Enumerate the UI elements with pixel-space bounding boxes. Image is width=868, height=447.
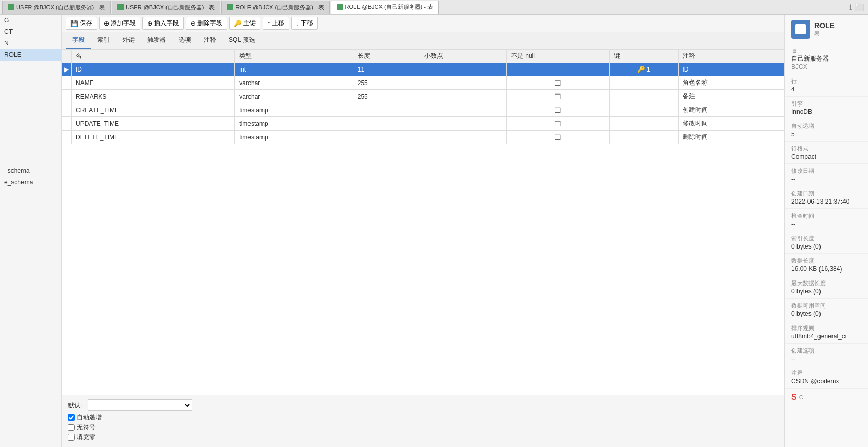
rows-val: 4	[791, 86, 862, 93]
field-decimal[interactable]	[420, 76, 507, 90]
field-type[interactable]: varchar	[235, 90, 353, 103]
tab-fields[interactable]: 字段	[66, 32, 91, 49]
tab-comments[interactable]: 注释	[197, 32, 222, 49]
unsigned-checkbox[interactable]	[68, 424, 75, 431]
field-comment[interactable]: 角色名称	[678, 76, 784, 90]
field-not-null[interactable]: ☐	[506, 103, 609, 117]
key-icon: 🔑	[637, 66, 645, 73]
tab-foreign-keys[interactable]: 外键	[116, 32, 141, 49]
unsigned-label: 无符号	[77, 423, 96, 432]
auto-increment-val: 5	[791, 131, 862, 138]
tab-indexes[interactable]: 索引	[91, 32, 116, 49]
table-row[interactable]: ▶IDint11☑🔑 1ID	[62, 63, 784, 76]
unchecked-icon: ☐	[554, 79, 561, 87]
db-val: BJCX	[791, 63, 862, 70]
save-button[interactable]: 💾 保存	[66, 17, 97, 30]
row-format-key: 行格式	[791, 145, 862, 152]
info-icon[interactable]: ℹ	[849, 3, 852, 11]
table-row[interactable]: CREATE_TIMEtimestamp☐创建时间	[62, 103, 784, 117]
modified-date-val: --	[791, 175, 862, 183]
fill-zero-checkbox[interactable]	[68, 434, 75, 441]
field-type[interactable]: int	[235, 63, 353, 76]
sidebar-item-ct[interactable]: CT	[0, 26, 61, 38]
tab-bar-right: ℹ ⬜	[849, 3, 868, 11]
field-comment[interactable]: 删除时间	[678, 131, 784, 144]
sidebar-item-g-label: G	[4, 17, 9, 24]
field-type[interactable]: timestamp	[235, 103, 353, 117]
sidebar-item-schema1[interactable]: _schema	[0, 165, 61, 177]
primary-key-button[interactable]: 🔑 主键	[229, 17, 260, 30]
default-select[interactable]	[88, 399, 192, 411]
tab-3-icon	[227, 4, 233, 10]
sidebar-item-g[interactable]: G	[0, 15, 61, 26]
field-decimal[interactable]	[420, 117, 507, 131]
server-val: 自己新服务器	[791, 54, 862, 63]
toolbar: 💾 保存 ⊕ 添加字段 ⊕ 插入字段 ⊖ 删除字段 🔑 主键	[62, 15, 784, 32]
field-key	[610, 103, 678, 117]
field-comment[interactable]: ID	[678, 63, 784, 76]
field-length[interactable]: 255	[353, 90, 420, 103]
field-name[interactable]: CREATE_TIME	[72, 103, 235, 117]
col-length: 长度	[353, 50, 420, 63]
check-time-key: 检查时间	[791, 212, 862, 220]
field-comment[interactable]: 修改时间	[678, 117, 784, 131]
sidebar-item-n[interactable]: N	[0, 38, 61, 49]
sidebar: G CT N ROLE _schema e_schema	[0, 15, 62, 447]
field-name[interactable]: REMARKS	[72, 90, 235, 103]
sidebar-item-n-label: N	[4, 40, 9, 47]
field-length[interactable]: 255	[353, 76, 420, 90]
right-panel-subtitle: 表	[814, 30, 835, 38]
field-key	[610, 117, 678, 131]
expand-icon[interactable]: ⬜	[855, 3, 864, 11]
field-not-null[interactable]: ☐	[506, 90, 609, 103]
delete-field-button[interactable]: ⊖ 删除字段	[186, 17, 227, 30]
field-not-null[interactable]: ☐	[506, 76, 609, 90]
field-type[interactable]: timestamp	[235, 131, 353, 144]
field-decimal[interactable]	[420, 90, 507, 103]
tab-2-label: USER @BJCX (自己新服务器) - 表	[126, 4, 215, 11]
field-length[interactable]	[353, 117, 420, 131]
field-length[interactable]	[353, 103, 420, 117]
auto-increment-checkbox[interactable]	[68, 414, 75, 421]
field-name[interactable]: UPDATE_TIME	[72, 117, 235, 131]
field-name[interactable]: NAME	[72, 76, 235, 90]
insert-field-button[interactable]: ⊕ 插入字段	[142, 17, 184, 30]
tab-sql-preview[interactable]: SQL 预选	[222, 32, 261, 49]
fields-table-container: 名 类型 长度 小数点 不是 null 键 注释 ▶IDint11☑🔑 1IDN…	[62, 49, 784, 395]
field-length[interactable]	[353, 131, 420, 144]
field-decimal[interactable]	[420, 63, 507, 76]
tab-2[interactable]: USER @BJCX (自己新服务器) - 表	[112, 1, 220, 14]
field-type[interactable]: varchar	[235, 76, 353, 90]
move-down-button[interactable]: ↓ 下移	[291, 17, 318, 30]
sidebar-item-role[interactable]: ROLE	[0, 49, 61, 61]
move-up-button[interactable]: ↑ 上移	[263, 17, 289, 30]
field-name[interactable]: ID	[72, 63, 235, 76]
field-not-null[interactable]: ☑	[506, 63, 609, 76]
tab-4[interactable]: ROLE @BJCX (自己新服务器) - 表	[331, 1, 439, 14]
sidebar-item-schema2[interactable]: e_schema	[0, 177, 61, 188]
tab-2-icon	[117, 4, 124, 10]
unchecked-icon: ☐	[554, 92, 561, 101]
field-length[interactable]: 11	[353, 63, 420, 76]
index-length-key: 索引长度	[791, 234, 862, 242]
add-field-button[interactable]: ⊕ 添加字段	[99, 17, 140, 30]
field-decimal[interactable]	[420, 131, 507, 144]
tab-1[interactable]: USER @BJCX (自己新服务器) - 表	[2, 1, 111, 14]
tab-triggers[interactable]: 触发器	[141, 32, 172, 49]
right-panel: ROLE 表 🖥 自己新服务器 BJCX 行 4 引擎 InnoDB 自动递增 …	[784, 15, 868, 447]
tab-3[interactable]: ROLE @BJCX (自己新服务器) - 表	[221, 1, 329, 14]
table-row[interactable]: REMARKSvarchar255☐备注	[62, 90, 784, 103]
data-free-key: 数据可用空间	[791, 302, 862, 310]
field-name[interactable]: DELETE_TIME	[72, 131, 235, 144]
field-type[interactable]: timestamp	[235, 117, 353, 131]
tab-options[interactable]: 选项	[172, 32, 197, 49]
row-indicator	[62, 131, 72, 144]
table-row[interactable]: UPDATE_TIMEtimestamp☐修改时间	[62, 117, 784, 131]
field-not-null[interactable]: ☐	[506, 117, 609, 131]
table-row[interactable]: NAMEvarchar255☐角色名称	[62, 76, 784, 90]
table-row[interactable]: DELETE_TIMEtimestamp☐删除时间	[62, 131, 784, 144]
field-comment[interactable]: 创建时间	[678, 103, 784, 117]
field-decimal[interactable]	[420, 103, 507, 117]
field-not-null[interactable]: ☐	[506, 131, 609, 144]
field-comment[interactable]: 备注	[678, 90, 784, 103]
